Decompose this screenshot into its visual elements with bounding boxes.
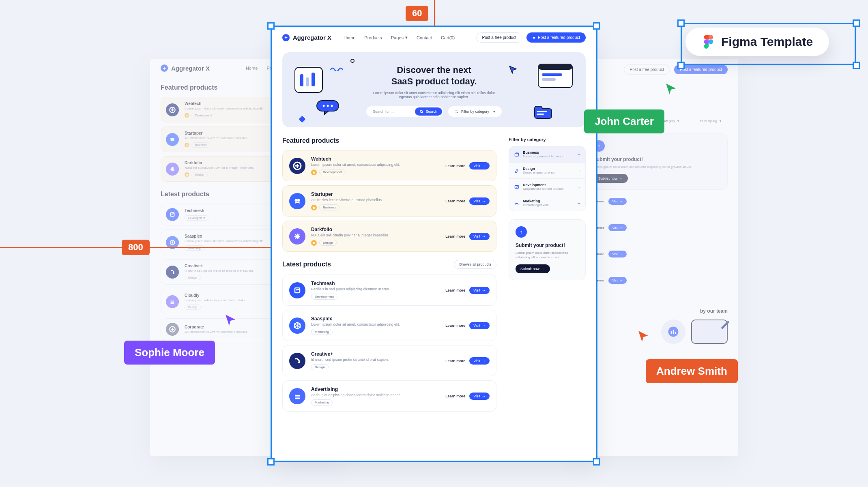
product-tag[interactable]: Design — [311, 364, 329, 370]
svg-point-30 — [421, 110, 423, 112]
svg-rect-41 — [515, 153, 518, 156]
selection-handle-pill-bl[interactable] — [677, 62, 685, 69]
arrow-right-icon: → — [577, 185, 581, 189]
arrow-right-icon: → — [482, 234, 486, 238]
category-sub: Suspendisse sit non ut dolor. — [523, 187, 564, 191]
hero-folder-icon — [534, 105, 552, 119]
visit-button[interactable]: Visit → — [469, 197, 490, 205]
product-name: Webtech — [311, 156, 440, 162]
filter-category-pill[interactable]: Filter by category ▾ — [448, 106, 502, 117]
product-card[interactable]: Techmesh Facilisis in orci purus adipisc… — [282, 275, 496, 306]
nav-home[interactable]: Home — [344, 35, 355, 40]
product-card[interactable]: Webtech Lorem ipsum dolor sit amet, cons… — [282, 150, 496, 181]
svg-rect-11 — [671, 331, 672, 334]
post-featured-product-button[interactable]: ★Post a featured product — [526, 32, 586, 43]
star-badge-icon: ★ — [311, 205, 317, 210]
category-icon — [514, 184, 520, 190]
selection-handle-tl[interactable] — [267, 22, 275, 30]
learn-more-link[interactable]: Learn more — [445, 164, 465, 168]
selection-handle-pill-tl[interactable] — [677, 19, 685, 27]
main-frame: +Aggregator X Home Products Pages ▾ Cont… — [272, 27, 596, 461]
visit-button[interactable]: Visit → — [469, 393, 490, 400]
svg-point-33 — [457, 112, 458, 113]
nav-products[interactable]: Products — [364, 35, 382, 40]
selection-handle-br[interactable] — [593, 458, 600, 466]
svg-point-6 — [173, 272, 174, 274]
visit-button[interactable]: Visit → — [469, 322, 490, 329]
selection-handle-bl[interactable] — [267, 458, 275, 466]
brand-text: Aggregator X — [293, 34, 331, 41]
svg-point-38 — [297, 199, 300, 202]
nav-pages[interactable]: Pages ▾ — [391, 35, 408, 40]
learn-more-link[interactable]: Learn more — [445, 234, 465, 238]
svg-rect-29 — [537, 114, 544, 115]
nav-cart[interactable]: Cart(0) — [441, 35, 455, 40]
category-row[interactable]: Marketing Id morbi eget velit. → — [509, 195, 585, 211]
product-tag[interactable]: Development — [319, 169, 346, 175]
chevron-down-icon: ▾ — [493, 109, 495, 114]
cursor-john-badge: John Carter — [584, 109, 664, 133]
category-sub: Donec aliquet urna eu. — [523, 171, 556, 174]
svg-point-43 — [709, 39, 713, 44]
svg-rect-28 — [537, 111, 547, 112]
figma-template-pill[interactable]: Figma Template — [685, 28, 829, 56]
nav-contact[interactable]: Contact — [417, 35, 432, 40]
learn-more-link[interactable]: Learn more — [445, 324, 465, 328]
category-row[interactable]: Design Donec aliquet urna eu. → — [509, 163, 585, 179]
learn-more-link[interactable]: Learn more — [445, 199, 465, 203]
product-icon — [289, 388, 305, 404]
hero-chat-icon — [316, 100, 339, 115]
selection-handle-pill-tr[interactable] — [853, 19, 860, 27]
hero: Discover the nextSaaS product today. Lor… — [282, 52, 586, 127]
product-tag[interactable]: Design — [319, 240, 337, 246]
product-name: Darkfolio — [311, 227, 440, 232]
svg-rect-16 — [306, 77, 309, 86]
learn-more-link[interactable]: Learn more — [445, 288, 465, 292]
cursor-sophie-icon — [223, 312, 238, 327]
product-card[interactable]: Darkfolio Nulla elit sollicitudin pulvin… — [282, 221, 496, 252]
svg-point-4 — [172, 137, 174, 139]
arrow-right-icon: → — [482, 288, 486, 292]
brand-plus-icon: + — [282, 34, 290, 41]
submit-now-button[interactable]: Submit now → — [516, 264, 550, 273]
product-card[interactable]: Creative+ Id morbi sed ipsum pretin sit … — [282, 345, 496, 376]
visit-button[interactable]: Visit → — [469, 162, 490, 169]
product-tag[interactable]: Marketing — [311, 399, 333, 405]
visit-button[interactable]: Visit → — [469, 233, 490, 240]
figma-logo-icon — [702, 35, 715, 49]
brand[interactable]: +Aggregator X — [282, 34, 331, 41]
filter-by-category-heading: Filter by category — [509, 137, 586, 142]
search-button[interactable]: Search — [415, 107, 442, 116]
visit-button[interactable]: Visit → — [469, 287, 490, 294]
product-tag[interactable]: Marketing — [311, 329, 333, 335]
learn-more-link[interactable]: Learn more — [445, 359, 465, 363]
search-input[interactable]: Search for ... Search — [366, 106, 443, 117]
arrow-right-icon: → — [482, 164, 486, 168]
product-tag[interactable]: Business — [319, 204, 339, 210]
visit-button[interactable]: Visit → — [469, 357, 490, 365]
category-list: Business Massa sit praesent leo morbi → … — [509, 146, 586, 211]
product-tag[interactable]: Development — [311, 294, 337, 300]
product-card[interactable]: Advertising Ac feugiat adipiscing donec … — [282, 380, 496, 412]
svg-rect-27 — [542, 78, 556, 81]
product-name: Startuper — [311, 191, 440, 197]
hero-cursor-icon — [509, 65, 518, 74]
category-icon — [514, 168, 520, 174]
selection-handle-tr[interactable] — [593, 22, 600, 30]
learn-more-link[interactable]: Learn more — [445, 394, 465, 398]
selection-handle-pill-br[interactable] — [853, 62, 860, 69]
cursor-andrew-icon — [636, 328, 651, 343]
product-card[interactable]: Startuper At ultricies lectus viverra eu… — [282, 185, 496, 217]
category-row[interactable]: Development Suspendisse sit non ut dolor… — [509, 179, 585, 195]
svg-point-32 — [455, 110, 456, 111]
product-icon — [289, 193, 305, 209]
product-icon — [289, 158, 305, 174]
browse-all-button[interactable]: Browse all products — [454, 260, 496, 269]
svg-point-23 — [351, 59, 354, 62]
product-card[interactable]: Saasplex Lorem ipsum dolor sit amet, con… — [282, 310, 496, 341]
arrow-right-icon: → — [577, 152, 581, 157]
product-name: Advertising — [311, 386, 440, 392]
hero-wave-icon — [330, 66, 344, 71]
category-row[interactable]: Business Massa sit praesent leo morbi → — [509, 146, 585, 163]
post-free-product-button[interactable]: Post a free product — [476, 32, 523, 43]
